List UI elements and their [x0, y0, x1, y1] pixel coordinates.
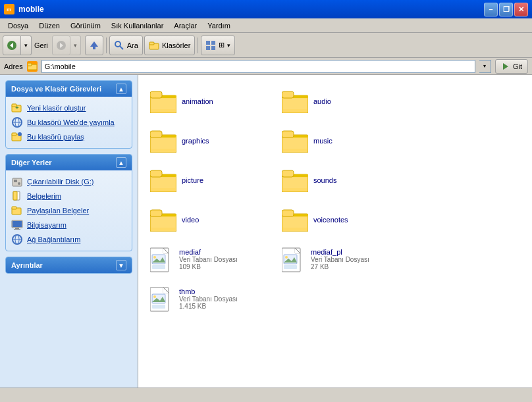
- sidebar-item-new-folder[interactable]: + Yeni klasör oluştur: [11, 101, 126, 115]
- folder-graphics[interactable]: graphics: [145, 121, 277, 161]
- folder-music-name: music: [313, 137, 403, 145]
- tasks-section-header[interactable]: Dosya ve Klasör Görevleri ▲: [6, 81, 132, 97]
- menubar-item-dosya[interactable]: Dosya: [3, 20, 34, 31]
- folder-video[interactable]: video: [145, 200, 277, 239]
- titlebar-icon: m: [4, 4, 14, 14]
- details-header[interactable]: Ayrıntılar ▼: [6, 257, 132, 273]
- menubar-item-yardım[interactable]: Yardım: [202, 20, 236, 31]
- folder-sounds-name: sounds: [313, 176, 403, 184]
- svg-rect-53: [151, 138, 175, 149]
- titlebar: m mobile – ❐ ✕: [0, 0, 532, 18]
- search-label: Ara: [127, 41, 138, 49]
- tasks-section: Dosya ve Klasör Görevleri ▲ + Yeni klasö…: [5, 80, 132, 149]
- svg-rect-61: [151, 178, 175, 188]
- back-button[interactable]: [3, 36, 21, 55]
- folder-voicenotes[interactable]: voicenotes: [277, 200, 408, 239]
- file-mediaf-pl-info: mediaf_pl Veri Tabanı Dosyası 27 KB: [311, 248, 403, 270]
- address-dropdown[interactable]: ▾: [479, 60, 491, 73]
- sidebar-item-removable-disk[interactable]: Çıkarılabilir Disk (G:): [11, 174, 126, 189]
- svg-point-79: [153, 256, 156, 259]
- menubar-item-görünüm[interactable]: Görünüm: [65, 20, 106, 31]
- svg-rect-26: [12, 133, 16, 136]
- svg-rect-65: [283, 178, 307, 188]
- other-places-toggle[interactable]: ▲: [116, 157, 126, 168]
- titlebar-buttons: – ❐ ✕: [484, 3, 528, 16]
- svg-rect-73: [283, 217, 307, 228]
- go-button[interactable]: Git: [495, 59, 528, 74]
- minimize-button[interactable]: –: [484, 3, 498, 16]
- documents-label: Belgelerim: [27, 192, 61, 200]
- main-area: Dosya ve Klasör Görevleri ▲ + Yeni klasö…: [0, 75, 532, 388]
- svg-point-95: [153, 295, 156, 298]
- file-thmb-info: thmb Veri Tabanı Dosyası 1.415 KB: [179, 288, 271, 310]
- address-label: Adres: [4, 63, 23, 70]
- sidebar-item-documents[interactable]: Belgelerim: [11, 189, 126, 203]
- file-mediaf-pl[interactable]: mediaf_pl Veri Tabanı Dosyası 27 KB: [277, 239, 408, 279]
- file-thmb[interactable]: thmb Veri Tabanı Dosyası 1.415 KB: [145, 279, 277, 318]
- statusbar: [0, 388, 532, 402]
- forward-button[interactable]: [52, 36, 70, 55]
- address-input[interactable]: [41, 60, 475, 73]
- close-button[interactable]: ✕: [514, 3, 528, 16]
- tasks-section-toggle[interactable]: ▲: [116, 84, 126, 94]
- sidebar: Dosya ve Klasör Görevleri ▲ + Yeni klasö…: [0, 75, 138, 388]
- menubar-item-sık kullanılanlar[interactable]: Sık Kullanılanlar: [106, 20, 169, 31]
- file-mediaf-name: mediaf: [179, 248, 271, 256]
- other-places-content: Çıkarılabilir Disk (G:) Belgelerim Payla…: [6, 170, 132, 251]
- sidebar-item-publish-web[interactable]: Bu klasörü Web'de yayımla: [11, 115, 126, 130]
- restore-button[interactable]: ❐: [499, 3, 513, 16]
- back-dropdown[interactable]: ▾: [21, 36, 32, 55]
- folder-sounds[interactable]: sounds: [277, 161, 408, 200]
- address-folder-icon: [27, 61, 38, 72]
- sidebar-item-share[interactable]: Bu klasörü paylaş: [11, 130, 126, 144]
- titlebar-title: mobile: [18, 5, 484, 14]
- folder-graphics-name: graphics: [182, 137, 271, 145]
- sidebar-item-network[interactable]: Ağ Bağlantılarım: [11, 232, 126, 247]
- folder-voicenotes-name: voicenotes: [313, 216, 403, 224]
- folders-label: Klasörler: [162, 41, 190, 49]
- menubar-item-düzen[interactable]: Düzen: [34, 20, 65, 31]
- views-button[interactable]: ⊞ ▾: [201, 36, 235, 55]
- sidebar-item-shared-docs[interactable]: Paylaşılan Belgeler: [11, 203, 126, 218]
- new-folder-label: Yeni klasör oluştur: [27, 104, 86, 112]
- svg-rect-44: [150, 91, 162, 98]
- file-mediaf[interactable]: mediaf Veri Tabanı Dosyası 109 KB: [145, 239, 277, 279]
- folders-button[interactable]: Klasörler: [144, 36, 195, 55]
- content-area: animation audio graphics: [138, 75, 532, 388]
- shared-docs-label: Paylaşılan Belgeler: [27, 207, 89, 214]
- forward-nav-group: ▾: [52, 36, 81, 55]
- other-places-section: Diğer Yerler ▲ Çıkarılabilir Disk (G:) B…: [5, 154, 132, 251]
- folder-music[interactable]: music: [277, 121, 408, 161]
- sep2: [198, 38, 198, 53]
- svg-rect-17: [28, 63, 32, 66]
- back-label: Geri: [34, 41, 48, 49]
- views-dropdown-arrow: ▾: [227, 42, 230, 49]
- svg-point-87: [285, 256, 288, 259]
- svg-point-8: [115, 41, 120, 47]
- back-nav-group: ▾: [3, 36, 32, 55]
- folder-audio[interactable]: audio: [277, 82, 408, 121]
- folder-picture-name: picture: [182, 176, 271, 184]
- folder-sounds-info: sounds: [313, 176, 403, 184]
- svg-rect-12: [206, 41, 210, 45]
- search-button[interactable]: Ara: [109, 36, 143, 55]
- folder-animation[interactable]: animation: [145, 82, 277, 121]
- svg-text:m: m: [7, 7, 11, 13]
- svg-rect-52: [150, 131, 162, 138]
- folder-animation-name: animation: [182, 97, 271, 105]
- folder-video-name: video: [182, 216, 271, 224]
- forward-dropdown[interactable]: ▾: [70, 36, 81, 55]
- file-mediaf-pl-type: Veri Tabanı Dosyası: [311, 256, 403, 263]
- svg-rect-14: [206, 46, 210, 50]
- svg-rect-13: [211, 41, 215, 45]
- svg-rect-37: [15, 228, 19, 229]
- folder-picture[interactable]: picture: [145, 161, 277, 200]
- file-thmb-size: 1.415 KB: [179, 303, 271, 310]
- up-button[interactable]: [85, 36, 103, 55]
- other-places-header[interactable]: Diğer Yerler ▲: [6, 155, 132, 170]
- addressbar: Adres ▾ Git: [0, 58, 532, 75]
- svg-rect-29: [14, 180, 17, 182]
- menubar-item-araçlar[interactable]: Araçlar: [169, 20, 202, 31]
- details-toggle[interactable]: ▼: [116, 260, 126, 270]
- sidebar-item-computer[interactable]: Bilgisayarım: [11, 218, 126, 232]
